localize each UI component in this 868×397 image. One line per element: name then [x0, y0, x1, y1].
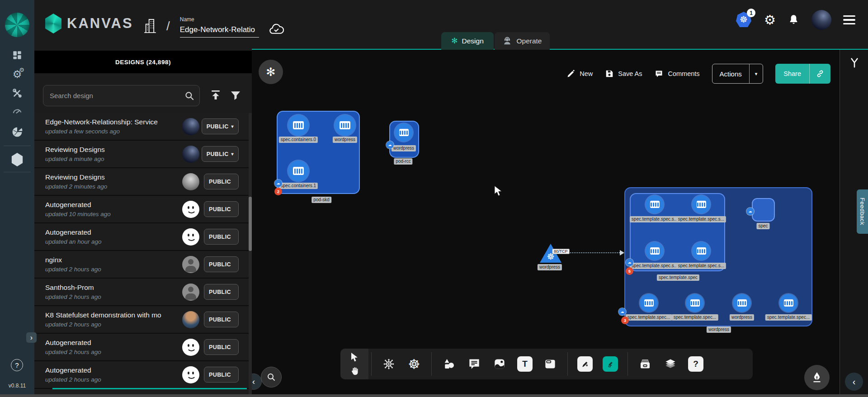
- notifications-bell-icon[interactable]: [788, 13, 800, 27]
- design-list-item[interactable]: Edge-Network-Relationship: Service updat…: [34, 113, 252, 141]
- import-design-icon[interactable]: [209, 88, 222, 102]
- shapes-tool[interactable]: [441, 356, 457, 372]
- sidebar-item-kanvas[interactable]: [10, 153, 24, 166]
- node-pod-template[interactable]: [630, 193, 725, 271]
- text-tool[interactable]: T: [517, 356, 533, 372]
- node-container[interactable]: [692, 242, 710, 260]
- pod-status-badge[interactable]: ☁: [746, 208, 754, 215]
- design-list-item-partial[interactable]: [34, 389, 252, 394]
- node-spec[interactable]: [752, 198, 775, 222]
- whiteboarding-pen-button[interactable]: [804, 365, 830, 390]
- share-split-button[interactable]: Share: [775, 64, 830, 84]
- node-container[interactable]: [646, 195, 664, 213]
- pod-status-badge[interactable]: ☁: [618, 308, 626, 316]
- feedback-tab[interactable]: Feedback: [857, 189, 868, 234]
- settings-gear-icon[interactable]: ⚙: [764, 14, 776, 27]
- error-count-badge[interactable]: 5: [626, 267, 633, 275]
- vector-pen-tool[interactable]: [577, 356, 593, 372]
- pan-hand-tool[interactable]: [349, 366, 360, 376]
- node-container[interactable]: [335, 115, 355, 136]
- sidebar-item-extensions[interactable]: [10, 125, 24, 139]
- design-list-item[interactable]: Santhosh-Prom updated 2 hours ago PUBLIC: [34, 279, 252, 306]
- help-tool[interactable]: ?: [688, 356, 704, 372]
- design-list-item[interactable]: K8 Statefulset demonstration with mo upd…: [34, 306, 252, 334]
- new-button[interactable]: New: [566, 69, 593, 78]
- kubernetes-context-button[interactable]: ☸ 1: [736, 12, 752, 28]
- sidebar-item-lifecycle[interactable]: ⚙⚙: [10, 67, 24, 81]
- sidebar-item-dashboard[interactable]: [10, 48, 24, 62]
- validate-flask-icon[interactable]: [848, 56, 861, 70]
- visibility-button[interactable]: PUBLIC: [204, 201, 239, 217]
- filter-icon[interactable]: [229, 89, 242, 102]
- node-container[interactable]: [686, 294, 704, 312]
- actions-split-button[interactable]: Actions ▾: [712, 64, 764, 84]
- layers-tool[interactable]: [662, 356, 679, 372]
- sidebar-item-configuration[interactable]: [10, 86, 24, 100]
- edge-service-to-deployment[interactable]: [561, 252, 621, 253]
- node-container[interactable]: [692, 195, 710, 213]
- visibility-button[interactable]: PUBLIC: [204, 284, 239, 300]
- freehand-pencil-tool-active[interactable]: [602, 356, 618, 372]
- comment-annotation-tool[interactable]: [466, 356, 482, 372]
- frame-tool[interactable]: [542, 356, 558, 372]
- design-list-item[interactable]: Autogenerated updated an hour ago PUBLIC: [34, 223, 252, 251]
- design-list-item[interactable]: Reviewing Designs updated 2 minutes ago …: [34, 168, 252, 196]
- visibility-button[interactable]: PUBLIC▾: [202, 146, 239, 162]
- tab-design[interactable]: ✻ Design: [441, 32, 494, 50]
- horizontal-scrollbar[interactable]: [0, 394, 868, 397]
- node-container[interactable]: [640, 294, 658, 312]
- user-avatar[interactable]: [811, 10, 831, 30]
- sidebar-item-performance[interactable]: [10, 104, 24, 118]
- pod-status-badge[interactable]: ☁: [386, 141, 394, 149]
- design-list-item[interactable]: Autogenerated updated 2 hours ago PUBLIC: [34, 361, 252, 389]
- drawer-archive-tool[interactable]: [637, 356, 653, 372]
- node-container[interactable]: [779, 294, 797, 312]
- zoom-button[interactable]: [261, 367, 282, 388]
- error-count-badge[interactable]: 3: [621, 317, 629, 324]
- rail-collapse-chevron[interactable]: ‹: [845, 373, 863, 391]
- pod-status-badge[interactable]: ☁: [626, 259, 633, 266]
- node-container[interactable]: [395, 123, 413, 142]
- visibility-button[interactable]: PUBLIC: [204, 229, 239, 245]
- node-container[interactable]: [288, 161, 309, 181]
- list-scrollbar-track[interactable]: [249, 113, 252, 394]
- actions-caret-icon[interactable]: ▾: [750, 64, 763, 83]
- design-canvas[interactable]: ✻ New Save As Comments: [252, 50, 840, 397]
- search-input[interactable]: [43, 85, 200, 106]
- design-list-item[interactable]: Reviewing Designs updated a minute ago P…: [34, 141, 252, 168]
- tab-operate[interactable]: Operate: [495, 32, 550, 50]
- organization-icon[interactable]: [144, 17, 156, 34]
- visibility-button[interactable]: PUBLIC: [204, 256, 239, 272]
- visibility-button[interactable]: PUBLIC: [204, 367, 239, 383]
- node-container[interactable]: [733, 294, 751, 312]
- help-button[interactable]: ?: [11, 359, 23, 371]
- select-cursor-tool[interactable]: [349, 352, 359, 363]
- design-list-item[interactable]: Autogenerated updated 10 minutes ago PUB…: [34, 196, 252, 223]
- design-list-item[interactable]: Autogenerated updated 2 hours ago PUBLIC: [34, 334, 252, 361]
- list-scrollbar-thumb[interactable]: [249, 197, 252, 251]
- design-list-item[interactable]: nginx updated 2 hours ago PUBLIC: [34, 251, 252, 279]
- actions-button[interactable]: Actions: [712, 64, 750, 83]
- visibility-button[interactable]: PUBLIC: [204, 312, 239, 327]
- meshery-snowflake-button[interactable]: ✻: [259, 60, 283, 84]
- collapse-panel-chevron[interactable]: ‹: [252, 373, 262, 390]
- copy-link-button[interactable]: [810, 64, 830, 84]
- visibility-button[interactable]: PUBLIC▾: [202, 118, 239, 134]
- save-as-button[interactable]: Save As: [605, 69, 642, 78]
- node-container[interactable]: [646, 242, 664, 260]
- visibility-button[interactable]: PUBLIC: [204, 174, 239, 189]
- kubernetes-components-tool[interactable]: ☸: [406, 356, 422, 372]
- design-updated: updated 2 hours ago: [45, 321, 179, 328]
- error-count-badge[interactable]: 2: [274, 188, 282, 195]
- share-button[interactable]: Share: [775, 64, 810, 84]
- design-name-input[interactable]: [180, 24, 259, 38]
- mesh-components-tool[interactable]: [381, 356, 397, 372]
- menu-hamburger-icon[interactable]: [843, 15, 855, 25]
- comments-button[interactable]: Comments: [654, 69, 699, 79]
- node-container[interactable]: [288, 115, 309, 136]
- sidebar-logo-cell[interactable]: [0, 0, 34, 50]
- pod-status-badge[interactable]: ☁: [274, 180, 282, 187]
- sidebar-expand-button[interactable]: ›: [26, 332, 37, 343]
- image-tool[interactable]: [491, 356, 508, 372]
- visibility-button[interactable]: PUBLIC: [204, 339, 239, 355]
